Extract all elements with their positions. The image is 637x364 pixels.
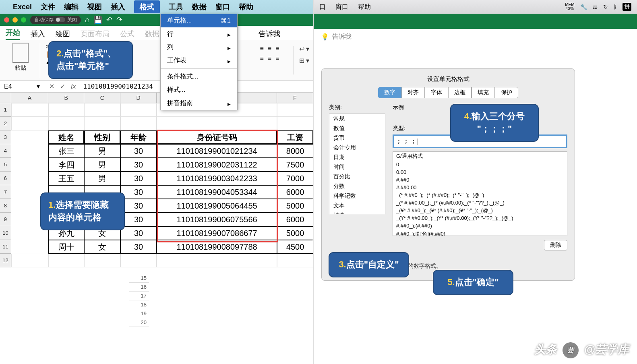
undo-icon[interactable]: ↶ bbox=[106, 15, 112, 24]
cell[interactable]: 男 bbox=[84, 144, 120, 158]
cell[interactable]: 周十 bbox=[48, 240, 85, 254]
menu-view[interactable]: 视图 bbox=[87, 2, 102, 12]
cell[interactable] bbox=[11, 117, 48, 130]
row-header[interactable]: 8 bbox=[0, 199, 11, 213]
align-bottom-icon[interactable]: ≡ bbox=[275, 45, 279, 52]
cell[interactable] bbox=[11, 103, 48, 117]
dialog-tab[interactable]: 保护 bbox=[495, 87, 518, 98]
category-item[interactable]: 特殊 bbox=[329, 211, 385, 214]
menu-item[interactable]: 样式... bbox=[161, 83, 237, 97]
cell[interactable]: 30 bbox=[120, 144, 157, 158]
cell[interactable] bbox=[11, 130, 48, 144]
cell[interactable]: 男 bbox=[84, 158, 120, 172]
format-item[interactable]: _(* #,##0_);_(* (#,##0);_(* "-"_);_(@_) bbox=[393, 191, 567, 199]
cell[interactable] bbox=[120, 103, 157, 117]
menu-item[interactable]: 条件格式... bbox=[161, 70, 237, 83]
cell[interactable] bbox=[157, 254, 277, 267]
menu-data[interactable]: 数据 bbox=[192, 2, 207, 12]
cell[interactable] bbox=[11, 144, 48, 158]
dialog-tab[interactable]: 对齐 bbox=[401, 87, 425, 98]
input-icon[interactable]: 拼 bbox=[623, 3, 631, 11]
menu-edit[interactable]: 编辑 bbox=[64, 2, 79, 12]
align-left-icon[interactable]: ≡ bbox=[260, 55, 264, 62]
format-item[interactable]: _(* #,##0.00_);_(* (#,##0.00);_(* "-"??_… bbox=[393, 199, 567, 207]
spreadsheet-grid[interactable]: A B C D E F 123姓名性别年龄身份证号码工资4张三男30110108… bbox=[0, 93, 313, 267]
row-header[interactable]: 10 bbox=[0, 226, 11, 240]
wrap-text-icon[interactable]: ↩ ▾ bbox=[299, 45, 309, 53]
cell[interactable] bbox=[277, 254, 313, 267]
cell[interactable]: 7000 bbox=[277, 172, 313, 185]
cell[interactable]: 30 bbox=[120, 213, 157, 226]
category-item[interactable]: 日期 bbox=[329, 153, 385, 162]
menu-insert[interactable]: 插入 bbox=[111, 2, 125, 12]
row-header[interactable]: 12 bbox=[0, 254, 11, 267]
select-all-corner[interactable] bbox=[0, 93, 11, 103]
tool-icon[interactable]: 🔧 bbox=[580, 4, 587, 10]
menu-window[interactable]: 窗口 bbox=[215, 2, 230, 12]
cell[interactable]: 女 bbox=[84, 240, 120, 254]
cell[interactable]: 性别 bbox=[84, 130, 120, 144]
formula-input[interactable]: 110108199001021234 bbox=[81, 83, 153, 90]
align-middle-icon[interactable]: ≡ bbox=[268, 45, 271, 52]
cell[interactable] bbox=[11, 172, 48, 185]
cell[interactable]: 7500 bbox=[277, 158, 313, 172]
align-center-icon[interactable]: ≡ bbox=[268, 55, 271, 62]
format-item[interactable]: #,##0 bbox=[393, 176, 567, 184]
dialog-tab[interactable]: 字体 bbox=[425, 87, 448, 98]
menu-tools[interactable]: 工具 bbox=[169, 2, 183, 12]
close-icon[interactable] bbox=[4, 17, 9, 23]
cell[interactable]: 王五 bbox=[48, 172, 85, 185]
cell[interactable]: 8000 bbox=[277, 144, 313, 158]
merge-icon[interactable]: ⊞ ▾ bbox=[299, 57, 309, 64]
cell[interactable]: 年龄 bbox=[120, 130, 157, 144]
cell[interactable]: 110108199002031122 bbox=[157, 158, 277, 172]
row-header[interactable]: 6 bbox=[0, 172, 11, 185]
cell[interactable]: 30 bbox=[120, 226, 157, 240]
row-header[interactable]: 7 bbox=[0, 185, 11, 199]
autosave-toggle[interactable]: 自动保存 关闭 bbox=[30, 16, 81, 24]
menu-file[interactable]: 文件 bbox=[41, 2, 55, 12]
cell[interactable] bbox=[84, 254, 120, 267]
delete-button[interactable]: 删除 bbox=[544, 240, 567, 250]
category-item[interactable]: 会计专用 bbox=[329, 143, 385, 153]
cell[interactable] bbox=[120, 254, 157, 267]
cell[interactable]: 5000 bbox=[277, 226, 313, 240]
confirm-icon[interactable]: ✓ bbox=[60, 83, 65, 90]
cell[interactable]: 110108199005064455 bbox=[157, 199, 277, 213]
row-header[interactable]: 3 bbox=[0, 130, 11, 144]
cell[interactable]: 110108199007086677 bbox=[157, 226, 277, 240]
menu-item[interactable]: 列 bbox=[161, 41, 237, 54]
dialog-tab[interactable]: 数字 bbox=[378, 87, 401, 98]
category-item[interactable]: 货币 bbox=[329, 133, 385, 143]
category-item[interactable]: 百分比 bbox=[329, 172, 385, 182]
format-item[interactable]: #,##0_);(#,##0) bbox=[393, 222, 567, 230]
ae-icon[interactable]: æ bbox=[593, 4, 598, 10]
cell[interactable] bbox=[48, 103, 85, 117]
bluetooth-icon[interactable]: ᛒ bbox=[614, 4, 617, 10]
col-header[interactable]: D bbox=[120, 93, 157, 103]
dialog-tab[interactable]: 边框 bbox=[448, 87, 472, 98]
menu-item[interactable]: 工作表 bbox=[161, 54, 237, 67]
cell[interactable]: 身份证号码 bbox=[157, 130, 277, 144]
tab-insert[interactable]: 插入 bbox=[31, 29, 45, 40]
paste-icon[interactable] bbox=[12, 43, 29, 63]
cell[interactable]: 4500 bbox=[277, 240, 313, 254]
cell[interactable]: 男 bbox=[84, 172, 120, 185]
tab-formulas[interactable]: 公式 bbox=[120, 29, 134, 40]
cell[interactable]: 110108199006075566 bbox=[157, 213, 277, 226]
format-item[interactable]: #,##0.00 bbox=[393, 184, 567, 191]
col-header[interactable]: A bbox=[11, 93, 48, 103]
category-item[interactable]: 科学记数 bbox=[329, 191, 385, 201]
cell[interactable]: 30 bbox=[120, 199, 157, 213]
menu-item[interactable]: 拼音指南 bbox=[161, 97, 237, 110]
category-list[interactable]: 常规数值货币会计专用日期时间百分比分数科学记数文本特殊自定义 bbox=[329, 114, 385, 214]
col-header[interactable]: F bbox=[277, 93, 313, 103]
cell[interactable]: 110108199004053344 bbox=[157, 185, 277, 199]
cell[interactable]: 30 bbox=[120, 172, 157, 185]
format-item[interactable]: 0 bbox=[393, 161, 567, 168]
tell-me-right[interactable]: 💡 告诉我 bbox=[314, 29, 637, 45]
tab-draw[interactable]: 绘图 bbox=[56, 29, 70, 40]
cell[interactable]: 110108199001021234 bbox=[157, 144, 277, 158]
menu-help[interactable]: 帮助 bbox=[239, 2, 253, 12]
name-box[interactable]: E4▾ bbox=[0, 83, 44, 90]
